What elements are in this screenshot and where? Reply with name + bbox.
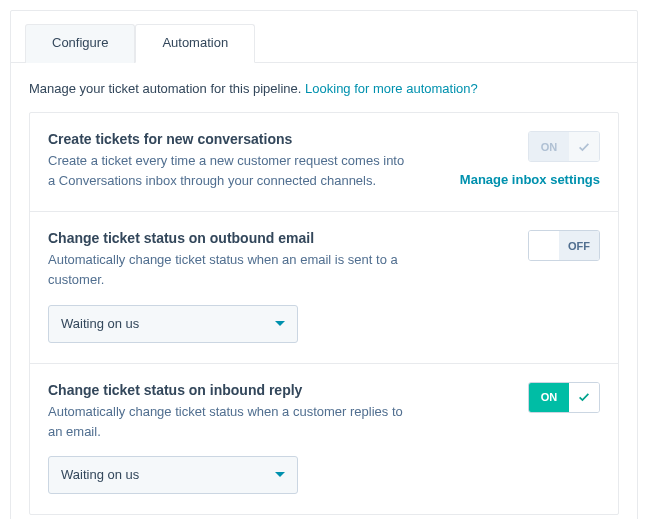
section-title: Create tickets for new conversations [48, 131, 422, 147]
section-title: Change ticket status on outbound email [48, 230, 422, 246]
section-actions: ON [440, 382, 600, 494]
tab-label: Configure [52, 35, 108, 50]
more-automation-link[interactable]: Looking for more automation? [305, 81, 478, 96]
select-value: Waiting on us [61, 316, 139, 331]
manage-inbox-settings-link[interactable]: Manage inbox settings [460, 172, 600, 187]
toggle-inbound-status[interactable]: ON [528, 382, 600, 413]
section-title: Change ticket status on inbound reply [48, 382, 422, 398]
section-actions: OFF [440, 230, 600, 342]
tab-configure[interactable]: Configure [25, 24, 135, 63]
toggle-create-tickets: ON [528, 131, 600, 162]
section-inbound-status: Change ticket status on inbound reply Au… [30, 364, 618, 514]
section-body: Change ticket status on inbound reply Au… [48, 382, 422, 494]
section-body: Create tickets for new conversations Cre… [48, 131, 422, 191]
tab-label: Automation [162, 35, 228, 50]
toggle-label: ON [529, 132, 569, 161]
section-description: Automatically change ticket status when … [48, 250, 408, 290]
toggle-blank [529, 231, 559, 260]
section-body: Change ticket status on outbound email A… [48, 230, 422, 342]
chevron-down-icon [275, 321, 285, 326]
section-description: Automatically change ticket status when … [48, 402, 408, 442]
inbound-status-select[interactable]: Waiting on us [48, 456, 298, 494]
intro-prefix: Manage your ticket automation for this p… [29, 81, 305, 96]
automation-panel: Configure Automation Manage your ticket … [10, 10, 638, 519]
toggle-label: OFF [559, 231, 599, 260]
intro-text: Manage your ticket automation for this p… [11, 63, 637, 112]
toggle-outbound-status[interactable]: OFF [528, 230, 600, 261]
toggle-label: ON [529, 383, 569, 412]
section-actions: ON Manage inbox settings [440, 131, 600, 191]
chevron-down-icon [275, 472, 285, 477]
outbound-status-select[interactable]: Waiting on us [48, 305, 298, 343]
section-description: Create a ticket every time a new custome… [48, 151, 408, 191]
tab-bar: Configure Automation [11, 11, 637, 63]
check-icon [569, 132, 599, 161]
section-create-tickets: Create tickets for new conversations Cre… [30, 113, 618, 212]
select-value: Waiting on us [61, 467, 139, 482]
sections-container: Create tickets for new conversations Cre… [29, 112, 619, 515]
check-icon [569, 383, 599, 412]
section-outbound-status: Change ticket status on outbound email A… [30, 212, 618, 363]
tab-automation[interactable]: Automation [135, 24, 255, 63]
